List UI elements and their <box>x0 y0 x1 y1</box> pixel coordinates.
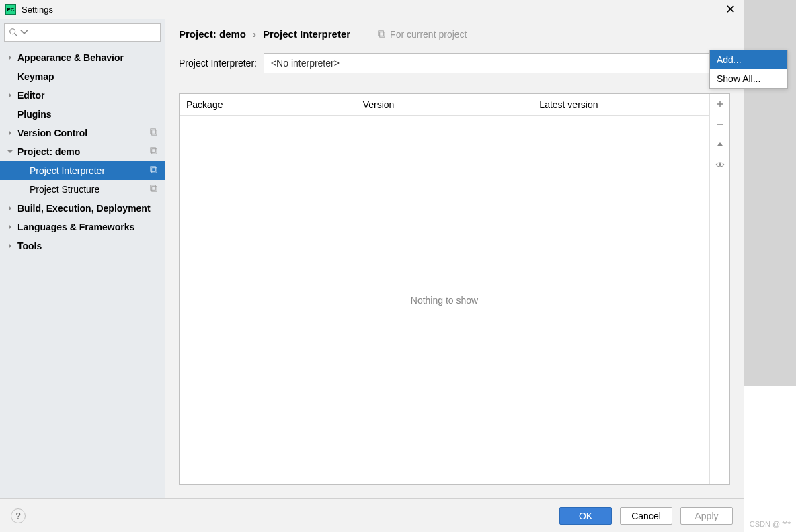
column-latest[interactable]: Latest version <box>532 94 709 115</box>
breadcrumb: Project: demo › Project Interpreter For … <box>179 28 730 40</box>
tree-item[interactable]: Languages & Frameworks <box>0 218 165 236</box>
triangle-up-icon <box>715 140 725 149</box>
svg-rect-3 <box>152 130 157 135</box>
tree-item[interactable]: Project: demo <box>0 142 165 161</box>
svg-rect-2 <box>151 129 155 134</box>
search-icon <box>9 28 18 37</box>
tree-item[interactable]: Version Control <box>0 124 165 142</box>
svg-rect-4 <box>151 148 155 152</box>
chevron-right-icon <box>5 204 15 213</box>
menu-item-add[interactable]: Add... <box>710 50 787 69</box>
column-package[interactable]: Package <box>180 94 356 115</box>
tree-item-label: Project: demo <box>17 146 80 157</box>
cancel-button[interactable]: Cancel <box>620 507 672 525</box>
svg-rect-9 <box>152 187 157 191</box>
settings-sidebar: Appearance & BehaviorKeymapEditorPlugins… <box>0 19 165 498</box>
tree-item-label: Tools <box>17 240 42 251</box>
interpreter-row: Project Interpreter: <No interpreter> ▾ <box>179 53 730 73</box>
close-button[interactable]: ✕ <box>722 2 738 17</box>
window-title: Settings <box>22 5 722 15</box>
copy-icon <box>377 30 386 38</box>
packages-header: Package Version Latest version <box>180 94 709 116</box>
titlebar: PC Settings ✕ <box>0 0 744 19</box>
svg-point-0 <box>10 29 15 34</box>
tree-item[interactable]: Build, Execution, Deployment <box>0 199 165 218</box>
tree-item-label: Editor <box>17 90 44 101</box>
svg-rect-5 <box>152 149 157 154</box>
plus-icon <box>715 99 725 109</box>
dropdown-icon <box>19 28 29 37</box>
tree-item[interactable]: Project Structure <box>0 180 165 199</box>
watermark: CSDN @ *** <box>750 520 791 528</box>
svg-line-1 <box>15 34 17 36</box>
interpreter-gear-menu: Add... Show All... <box>709 50 788 89</box>
copy-icon <box>149 165 158 176</box>
search-input[interactable] <box>4 23 161 42</box>
chevron-right-icon <box>5 222 15 232</box>
tree-item[interactable]: Plugins <box>0 105 165 124</box>
tree-item-label: Version Control <box>17 128 87 138</box>
settings-tree: Appearance & BehaviorKeymapEditorPlugins… <box>0 46 165 498</box>
tree-item[interactable]: Tools <box>0 236 165 255</box>
tree-item-label: Project Structure <box>30 184 100 195</box>
help-icon: ? <box>15 511 20 521</box>
tree-item-label: Plugins <box>17 109 52 120</box>
main-panel: Project: demo › Project Interpreter For … <box>165 19 744 498</box>
chevron-right-icon <box>5 53 15 62</box>
show-early-releases-button[interactable] <box>710 154 730 175</box>
packages-area: Package Version Latest version Nothing t… <box>179 93 730 485</box>
copy-icon <box>149 128 158 138</box>
hint-text: For current project <box>390 29 467 40</box>
packages-table: Package Version Latest version Nothing t… <box>180 94 709 484</box>
chevron-right-icon <box>5 128 15 138</box>
tree-item[interactable]: Editor <box>0 86 165 105</box>
close-icon: ✕ <box>725 3 735 16</box>
tree-item-label: Build, Execution, Deployment <box>17 203 151 214</box>
ok-button[interactable]: OK <box>559 507 612 525</box>
tree-item-label: Keymap <box>17 71 54 82</box>
upgrade-package-button[interactable] <box>710 134 730 154</box>
copy-icon <box>149 146 158 157</box>
chevron-right-icon <box>5 241 15 251</box>
tree-item-label: Languages & Frameworks <box>17 222 134 232</box>
breadcrumb-separator: › <box>253 28 256 40</box>
svg-rect-11 <box>380 32 385 37</box>
dialog-footer: ? OK Cancel Apply <box>0 498 744 532</box>
tree-item[interactable]: Appearance & Behavior <box>0 48 165 67</box>
interpreter-label: Project Interpreter: <box>179 58 257 69</box>
breadcrumb-project: Project: demo <box>179 28 246 40</box>
tree-item[interactable]: Keymap <box>0 67 165 86</box>
svg-rect-10 <box>379 31 383 36</box>
help-button[interactable]: ? <box>11 508 26 523</box>
svg-point-12 <box>719 163 721 166</box>
svg-rect-7 <box>152 168 157 173</box>
current-project-hint: For current project <box>377 29 467 40</box>
column-version[interactable]: Version <box>356 94 533 115</box>
add-package-button[interactable] <box>710 94 730 114</box>
apply-button[interactable]: Apply <box>680 507 733 525</box>
remove-package-button[interactable] <box>710 114 730 134</box>
tree-item-label: Project Interpreter <box>30 165 105 176</box>
chevron-right-icon <box>5 91 15 100</box>
settings-dialog: PC Settings ✕ Appearance & BehaviorKeyma… <box>0 0 744 532</box>
interpreter-value: <No interpreter> <box>271 58 340 69</box>
copy-icon <box>149 184 158 195</box>
svg-rect-6 <box>151 167 155 171</box>
minus-icon <box>715 120 725 129</box>
breadcrumb-page: Project Interpreter <box>263 28 350 40</box>
packages-toolbar <box>709 94 729 484</box>
eye-icon <box>715 160 725 169</box>
packages-empty: Nothing to show <box>180 116 709 484</box>
tree-item[interactable]: Project Interpreter <box>0 161 165 180</box>
chevron-down-icon <box>5 147 15 157</box>
interpreter-dropdown[interactable]: <No interpreter> ▾ <box>264 53 730 73</box>
menu-item-show-all[interactable]: Show All... <box>710 69 787 88</box>
tree-item-label: Appearance & Behavior <box>17 52 124 63</box>
pycharm-icon: PC <box>5 4 16 15</box>
svg-rect-8 <box>151 185 155 190</box>
